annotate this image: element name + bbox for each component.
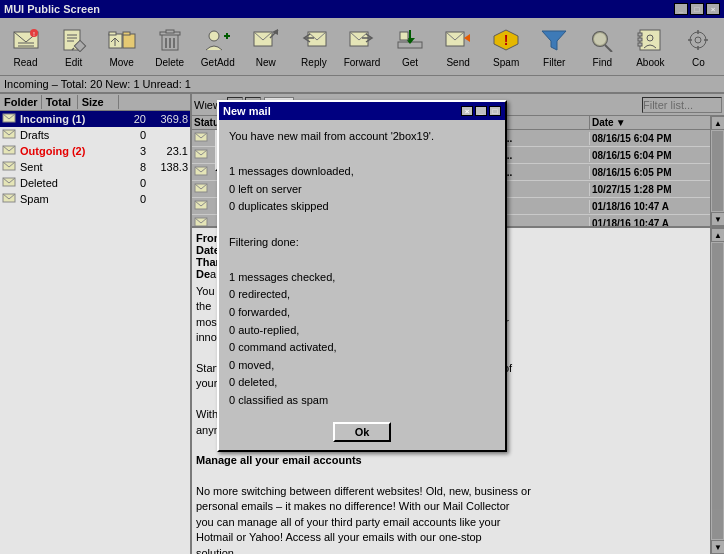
dialog-forwarded: 0 forwarded,	[229, 304, 495, 322]
dialog-body: You have new mail from account '2box19'.…	[219, 120, 505, 418]
dialog-close-btn[interactable]: ×	[461, 106, 473, 116]
notification-dialog: New mail × _ □ You have new mail from ac…	[217, 100, 507, 452]
dialog-deleted: 0 deleted,	[229, 374, 495, 392]
dialog-left-server: 0 left on server	[229, 181, 495, 199]
dialog-title-bar: New mail × _ □	[219, 102, 505, 120]
dialog-overlay: New mail × _ □ You have new mail from ac…	[0, 0, 724, 554]
dialog-redirected: 0 redirected,	[229, 286, 495, 304]
dialog-checked: 1 messages checked,	[229, 269, 495, 287]
dialog-title-buttons: × _ □	[461, 106, 501, 116]
dialog-ok-button[interactable]: Ok	[333, 422, 392, 442]
dialog-command: 0 command activated,	[229, 339, 495, 357]
dialog-title-text: New mail	[223, 105, 271, 117]
dialog-downloaded: 1 messages downloaded,	[229, 163, 495, 181]
dialog-duplicates: 0 duplicates skipped	[229, 198, 495, 216]
dialog-minimize-btn[interactable]: _	[475, 106, 487, 116]
dialog-account-text: You have new mail from account '2box19'.	[229, 128, 495, 146]
dialog-filtering-label: Filtering done:	[229, 234, 495, 252]
dialog-auto-replied: 0 auto-replied,	[229, 322, 495, 340]
dialog-moved: 0 moved,	[229, 357, 495, 375]
dialog-spam-stat: 0 classified as spam	[229, 392, 495, 410]
account-name: 2box19	[393, 130, 429, 142]
dialog-footer: Ok	[219, 418, 505, 450]
dialog-maximize-btn[interactable]: □	[489, 106, 501, 116]
